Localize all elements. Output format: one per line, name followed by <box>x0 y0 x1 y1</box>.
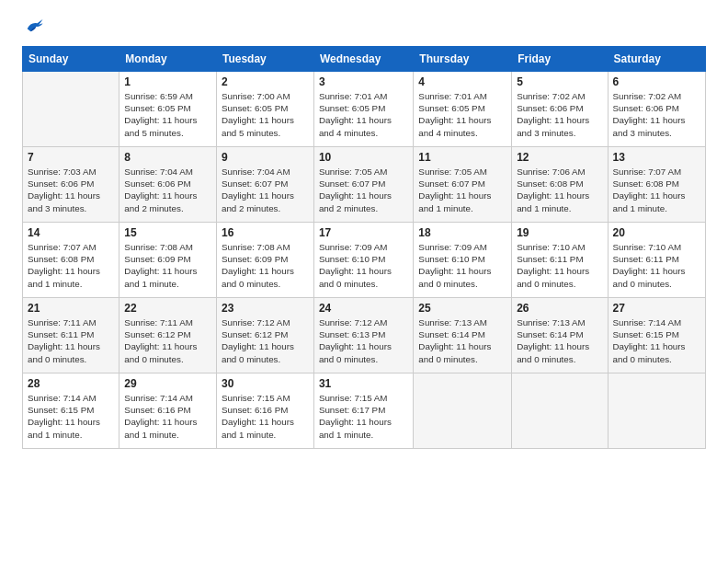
calendar-cell: 20Sunrise: 7:10 AM Sunset: 6:11 PM Dayli… <box>608 223 705 298</box>
day-info: Sunrise: 7:14 AM Sunset: 6:15 PM Dayligh… <box>28 392 114 441</box>
calendar-cell: 1Sunrise: 6:59 AM Sunset: 6:05 PM Daylig… <box>119 72 217 147</box>
weekday-header-cell: Tuesday <box>216 47 313 72</box>
day-info: Sunrise: 7:07 AM Sunset: 6:08 PM Dayligh… <box>28 241 114 290</box>
day-number: 14 <box>28 226 114 239</box>
calendar-cell: 14Sunrise: 7:07 AM Sunset: 6:08 PM Dayli… <box>23 223 119 298</box>
page: SundayMondayTuesdayWednesdayThursdayFrid… <box>0 0 728 460</box>
day-number: 30 <box>222 377 309 390</box>
day-info: Sunrise: 7:02 AM Sunset: 6:06 PM Dayligh… <box>613 90 700 139</box>
calendar-cell: 10Sunrise: 7:05 AM Sunset: 6:07 PM Dayli… <box>313 147 413 223</box>
weekday-header-cell: Monday <box>119 47 217 72</box>
day-info: Sunrise: 7:12 AM Sunset: 6:13 PM Dayligh… <box>319 316 408 365</box>
day-info: Sunrise: 7:00 AM Sunset: 6:05 PM Dayligh… <box>222 90 309 139</box>
day-info: Sunrise: 7:05 AM Sunset: 6:07 PM Dayligh… <box>319 166 408 214</box>
calendar-cell: 23Sunrise: 7:12 AM Sunset: 6:12 PM Dayli… <box>216 298 313 373</box>
calendar-cell: 17Sunrise: 7:09 AM Sunset: 6:10 PM Dayli… <box>313 223 413 298</box>
day-number: 19 <box>517 226 602 239</box>
day-number: 24 <box>319 302 408 315</box>
day-number: 13 <box>613 151 700 164</box>
day-number: 23 <box>222 302 309 315</box>
day-info: Sunrise: 7:15 AM Sunset: 6:16 PM Dayligh… <box>222 392 309 441</box>
calendar-cell: 21Sunrise: 7:11 AM Sunset: 6:11 PM Dayli… <box>23 298 119 373</box>
calendar-cell: 28Sunrise: 7:14 AM Sunset: 6:15 PM Dayli… <box>23 373 119 449</box>
day-info: Sunrise: 7:02 AM Sunset: 6:06 PM Dayligh… <box>517 90 602 139</box>
day-number: 31 <box>319 377 408 390</box>
calendar-cell: 4Sunrise: 7:01 AM Sunset: 6:05 PM Daylig… <box>414 72 512 147</box>
day-info: Sunrise: 7:09 AM Sunset: 6:10 PM Dayligh… <box>319 241 408 290</box>
day-number: 7 <box>28 151 114 164</box>
day-info: Sunrise: 7:15 AM Sunset: 6:17 PM Dayligh… <box>319 392 408 441</box>
day-number: 25 <box>418 302 506 315</box>
calendar-cell: 3Sunrise: 7:01 AM Sunset: 6:05 PM Daylig… <box>313 72 413 147</box>
day-number: 5 <box>517 75 602 88</box>
day-info: Sunrise: 7:04 AM Sunset: 6:07 PM Dayligh… <box>222 166 309 214</box>
day-info: Sunrise: 7:05 AM Sunset: 6:07 PM Dayligh… <box>418 166 506 214</box>
day-info: Sunrise: 7:09 AM Sunset: 6:10 PM Dayligh… <box>418 241 506 290</box>
day-info: Sunrise: 7:01 AM Sunset: 6:05 PM Dayligh… <box>319 90 408 139</box>
day-number: 3 <box>319 75 408 88</box>
day-number: 28 <box>28 377 114 390</box>
day-number: 29 <box>124 377 211 390</box>
calendar-cell: 18Sunrise: 7:09 AM Sunset: 6:10 PM Dayli… <box>414 223 512 298</box>
weekday-header-row: SundayMondayTuesdayWednesdayThursdayFrid… <box>23 47 706 72</box>
calendar-cell: 13Sunrise: 7:07 AM Sunset: 6:08 PM Dayli… <box>608 147 705 223</box>
calendar-cell <box>608 373 705 449</box>
calendar-table: SundayMondayTuesdayWednesdayThursdayFrid… <box>22 46 706 449</box>
day-number: 21 <box>28 302 114 315</box>
day-info: Sunrise: 7:06 AM Sunset: 6:08 PM Dayligh… <box>517 166 602 214</box>
calendar-cell <box>414 373 512 449</box>
calendar-cell: 12Sunrise: 7:06 AM Sunset: 6:08 PM Dayli… <box>512 147 608 223</box>
calendar-week-row: 14Sunrise: 7:07 AM Sunset: 6:08 PM Dayli… <box>23 223 706 298</box>
day-info: Sunrise: 7:14 AM Sunset: 6:16 PM Dayligh… <box>124 392 211 441</box>
day-number: 1 <box>124 75 211 88</box>
day-info: Sunrise: 6:59 AM Sunset: 6:05 PM Dayligh… <box>124 90 211 139</box>
calendar-week-row: 1Sunrise: 6:59 AM Sunset: 6:05 PM Daylig… <box>23 72 706 147</box>
calendar-cell <box>512 373 608 449</box>
calendar-cell: 5Sunrise: 7:02 AM Sunset: 6:06 PM Daylig… <box>512 72 608 147</box>
logo-bird-icon <box>24 17 44 37</box>
day-info: Sunrise: 7:12 AM Sunset: 6:12 PM Dayligh… <box>222 316 309 365</box>
day-number: 12 <box>517 151 602 164</box>
calendar-cell <box>23 72 119 147</box>
calendar-cell: 6Sunrise: 7:02 AM Sunset: 6:06 PM Daylig… <box>608 72 705 147</box>
day-number: 9 <box>222 151 309 164</box>
calendar-cell: 8Sunrise: 7:04 AM Sunset: 6:06 PM Daylig… <box>119 147 217 223</box>
day-number: 4 <box>418 75 506 88</box>
calendar-week-row: 28Sunrise: 7:14 AM Sunset: 6:15 PM Dayli… <box>23 373 706 449</box>
day-info: Sunrise: 7:08 AM Sunset: 6:09 PM Dayligh… <box>124 241 211 290</box>
weekday-header-cell: Sunday <box>23 47 119 72</box>
day-info: Sunrise: 7:01 AM Sunset: 6:05 PM Dayligh… <box>418 90 506 139</box>
day-info: Sunrise: 7:07 AM Sunset: 6:08 PM Dayligh… <box>613 166 700 214</box>
calendar-cell: 7Sunrise: 7:03 AM Sunset: 6:06 PM Daylig… <box>23 147 119 223</box>
calendar-cell: 29Sunrise: 7:14 AM Sunset: 6:16 PM Dayli… <box>119 373 217 449</box>
calendar-cell: 16Sunrise: 7:08 AM Sunset: 6:09 PM Dayli… <box>216 223 313 298</box>
calendar-body: 1Sunrise: 6:59 AM Sunset: 6:05 PM Daylig… <box>23 72 706 449</box>
day-info: Sunrise: 7:11 AM Sunset: 6:12 PM Dayligh… <box>124 316 211 365</box>
day-info: Sunrise: 7:14 AM Sunset: 6:15 PM Dayligh… <box>613 316 700 365</box>
weekday-header-cell: Wednesday <box>313 47 413 72</box>
header <box>22 17 706 37</box>
calendar-cell: 9Sunrise: 7:04 AM Sunset: 6:07 PM Daylig… <box>216 147 313 223</box>
calendar-cell: 15Sunrise: 7:08 AM Sunset: 6:09 PM Dayli… <box>119 223 217 298</box>
weekday-header-cell: Thursday <box>414 47 512 72</box>
calendar-cell: 24Sunrise: 7:12 AM Sunset: 6:13 PM Dayli… <box>313 298 413 373</box>
calendar-cell: 25Sunrise: 7:13 AM Sunset: 6:14 PM Dayli… <box>414 298 512 373</box>
calendar-cell: 19Sunrise: 7:10 AM Sunset: 6:11 PM Dayli… <box>512 223 608 298</box>
calendar-cell: 22Sunrise: 7:11 AM Sunset: 6:12 PM Dayli… <box>119 298 217 373</box>
day-info: Sunrise: 7:13 AM Sunset: 6:14 PM Dayligh… <box>517 316 602 365</box>
calendar-cell: 2Sunrise: 7:00 AM Sunset: 6:05 PM Daylig… <box>216 72 313 147</box>
day-number: 8 <box>124 151 211 164</box>
day-info: Sunrise: 7:11 AM Sunset: 6:11 PM Dayligh… <box>28 316 114 365</box>
day-number: 2 <box>222 75 309 88</box>
calendar-cell: 26Sunrise: 7:13 AM Sunset: 6:14 PM Dayli… <box>512 298 608 373</box>
day-number: 11 <box>418 151 506 164</box>
weekday-header-cell: Saturday <box>608 47 705 72</box>
day-number: 16 <box>222 226 309 239</box>
day-info: Sunrise: 7:10 AM Sunset: 6:11 PM Dayligh… <box>613 241 700 290</box>
day-number: 26 <box>517 302 602 315</box>
day-number: 15 <box>124 226 211 239</box>
calendar-cell: 31Sunrise: 7:15 AM Sunset: 6:17 PM Dayli… <box>313 373 413 449</box>
logo <box>22 17 46 37</box>
day-info: Sunrise: 7:10 AM Sunset: 6:11 PM Dayligh… <box>517 241 602 290</box>
calendar-week-row: 7Sunrise: 7:03 AM Sunset: 6:06 PM Daylig… <box>23 147 706 223</box>
